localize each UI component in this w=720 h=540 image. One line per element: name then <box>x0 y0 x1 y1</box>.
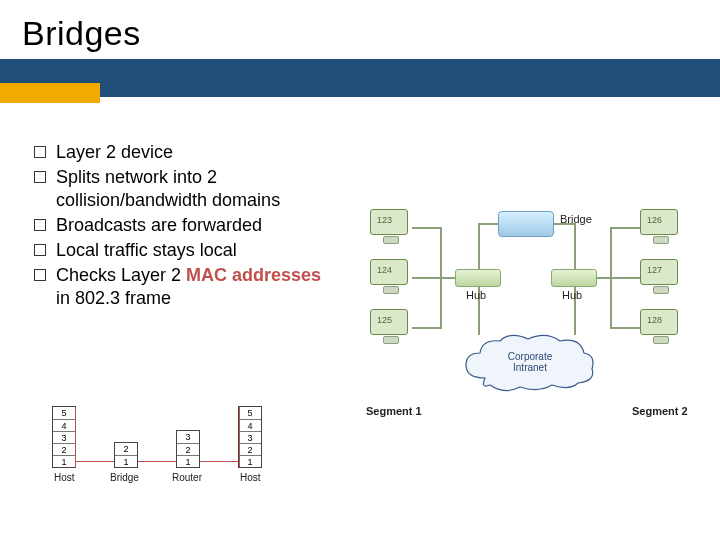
wire <box>412 277 442 279</box>
pc-128: 128 <box>640 309 682 347</box>
hub-left-icon <box>455 269 501 287</box>
cloud-label-line1: Corporate <box>508 351 552 362</box>
bullet-mac-suffix: in 802.3 frame <box>56 288 171 308</box>
osi-layer-2: 2 <box>239 443 261 455</box>
cloud-label: Corporate Intranet <box>476 351 584 373</box>
segment-1-label: Segment 1 <box>366 405 422 417</box>
title-divider <box>0 59 720 97</box>
bullet-mac-highlight: MAC addresses <box>186 265 321 285</box>
hub-right-label: Hub <box>562 289 582 301</box>
bullet-splits: Splits network into 2 collision/bandwidt… <box>34 166 334 212</box>
bridge-device-icon <box>498 211 554 237</box>
osi-stack-bridge: 2 1 <box>114 442 138 468</box>
osi-layer-1: 1 <box>239 455 261 467</box>
osi-wire <box>75 407 76 467</box>
pc-label: 124 <box>377 265 392 275</box>
hub-left-label: Hub <box>466 289 486 301</box>
osi-layer-2: 2 <box>115 443 137 455</box>
pc-label: 127 <box>647 265 662 275</box>
osi-layer-4: 4 <box>239 419 261 431</box>
wire <box>574 223 576 271</box>
divider-blue-bar <box>0 59 720 97</box>
wire <box>596 277 612 279</box>
wire <box>440 277 456 279</box>
osi-layer-5: 5 <box>53 407 75 419</box>
bullet-list: Layer 2 device Splits network into 2 col… <box>34 141 334 312</box>
wire <box>478 223 480 271</box>
osi-stack-host-right: 5 4 3 2 1 <box>238 406 262 468</box>
bridge-label: Bridge <box>560 213 592 225</box>
osi-layer-4: 4 <box>53 419 75 431</box>
pc-label: 123 <box>377 215 392 225</box>
osi-diagram: 5 4 3 2 1 2 1 3 2 1 5 4 3 2 1 Host Bridg… <box>44 406 312 504</box>
segment-2-label: Segment 2 <box>632 405 688 417</box>
cloud-label-line2: Intranet <box>513 362 547 373</box>
osi-stack-host-left: 5 4 3 2 1 <box>52 406 76 468</box>
wire <box>478 223 498 225</box>
osi-stack-router: 3 2 1 <box>176 430 200 468</box>
wire <box>610 227 640 229</box>
osi-layer-3: 3 <box>53 431 75 443</box>
bullet-mac-prefix: Checks Layer 2 <box>56 265 186 285</box>
osi-label-bridge: Bridge <box>110 472 139 483</box>
wire <box>412 327 442 329</box>
pc-label: 128 <box>647 315 662 325</box>
wire <box>610 327 640 329</box>
osi-layer-2: 2 <box>53 443 75 455</box>
pc-label: 125 <box>377 315 392 325</box>
cloud-icon: Corporate Intranet <box>460 333 598 395</box>
osi-label-host-right: Host <box>240 472 261 483</box>
pc-123: 123 <box>370 209 412 247</box>
osi-layer-2: 2 <box>177 443 199 455</box>
divider-yellow-accent <box>0 83 100 103</box>
osi-wire <box>138 461 176 462</box>
osi-label-host-left: Host <box>54 472 75 483</box>
osi-layer-3: 3 <box>177 431 199 443</box>
osi-layer-1: 1 <box>115 455 137 467</box>
network-diagram: 123 124 125 126 127 128 Bridge Hub Hub C… <box>350 195 705 440</box>
pc-label: 126 <box>647 215 662 225</box>
bullet-local: Local traffic stays local <box>34 239 334 262</box>
pc-127: 127 <box>640 259 682 297</box>
bullet-mac: Checks Layer 2 MAC addresses in 802.3 fr… <box>34 264 334 310</box>
wire <box>412 227 442 229</box>
osi-wire <box>76 461 114 462</box>
pc-125: 125 <box>370 309 412 347</box>
pc-124: 124 <box>370 259 412 297</box>
osi-layer-1: 1 <box>53 455 75 467</box>
osi-layer-5: 5 <box>239 407 261 419</box>
osi-layer-3: 3 <box>239 431 261 443</box>
bullet-broadcasts: Broadcasts are forwarded <box>34 214 334 237</box>
osi-label-router: Router <box>172 472 202 483</box>
bullet-layer2: Layer 2 device <box>34 141 334 164</box>
hub-right-icon <box>551 269 597 287</box>
slide-title: Bridges <box>0 0 720 59</box>
osi-layer-1: 1 <box>177 455 199 467</box>
wire <box>610 277 640 279</box>
osi-wire <box>200 461 238 462</box>
osi-wire <box>239 407 240 467</box>
pc-126: 126 <box>640 209 682 247</box>
